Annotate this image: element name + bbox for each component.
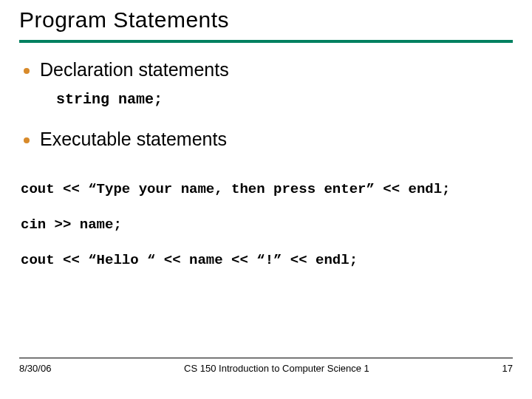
bullet-text: Executable statements [40,129,227,150]
footer-date: 8/30/06 [19,363,51,374]
footer-course: CS 150 Introduction to Computer Science … [51,363,502,374]
slide: Program Statements Declaration statement… [0,0,532,399]
footer-rule [19,358,513,358]
code-line: cout << “Hello “ << name << “!” << endl; [21,252,513,268]
bullet-icon [24,137,30,143]
bullet-item: Executable statements [19,129,513,150]
code-line: cout << “Type your name, then press ente… [21,181,513,197]
code-line: cin >> name; [21,216,513,233]
slide-title: Program Statements [19,7,513,33]
slide-footer: 8/30/06 CS 150 Introduction to Computer … [19,358,513,374]
footer-row: 8/30/06 CS 150 Introduction to Computer … [19,363,513,374]
bullet-item: Declaration statements [19,59,513,81]
code-declaration: string name; [56,91,513,108]
bullet-text: Declaration statements [40,59,229,81]
title-underline [19,40,513,43]
footer-page: 17 [502,363,513,374]
bullet-icon [24,68,30,74]
